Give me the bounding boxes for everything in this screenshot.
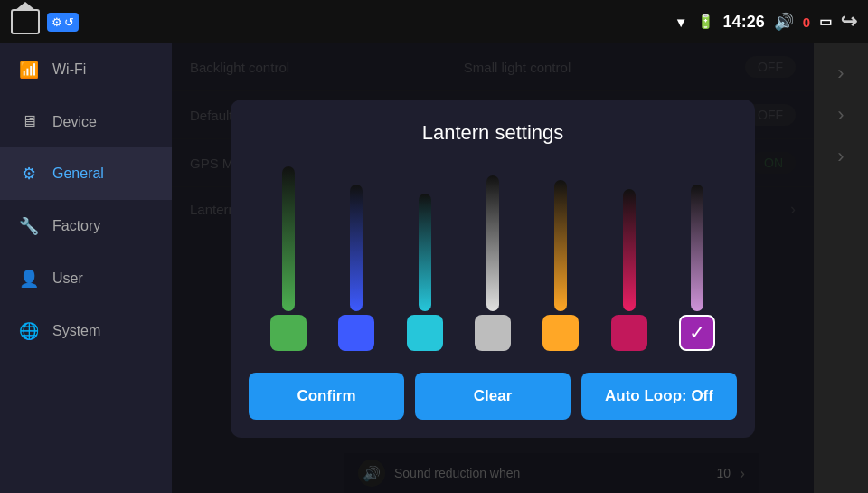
gear-icon: ⚙: [52, 15, 62, 29]
sidebar-item-user[interactable]: 👤 User: [0, 252, 172, 305]
buttons-row: Confirm Clear Auto Loop: Off: [249, 373, 737, 420]
settings-icon: ⚙: [18, 164, 40, 184]
slider-thumb-red[interactable]: [611, 315, 647, 351]
volume-icon: 🔊: [774, 12, 794, 32]
globe-icon: 🌐: [18, 321, 40, 341]
volume-count: 0: [803, 14, 810, 30]
slider-track-green[interactable]: [282, 166, 295, 311]
modal-overlay: Lantern settings: [172, 43, 814, 493]
slider-track-red[interactable]: [623, 189, 636, 311]
slider-thumb-green[interactable]: [270, 315, 307, 351]
clear-button[interactable]: Clear: [415, 373, 571, 420]
autoloop-button[interactable]: Auto Loop: Off: [581, 373, 737, 420]
sidebar-item-wifi[interactable]: 📶 Wi-Fi: [0, 43, 172, 96]
slider-cyan: [407, 194, 443, 351]
right-panel-chevron-2[interactable]: ›: [828, 94, 853, 136]
sidebar-item-general[interactable]: ⚙ General: [0, 147, 172, 200]
status-right: ▼ 🔋 14:26 🔊 0 ▭ ↩: [675, 10, 857, 33]
wifi-status-icon: ▼: [675, 14, 688, 30]
sidebar-label-wifi: Wi-Fi: [52, 62, 86, 78]
wrench-icon: 🔧: [18, 216, 40, 236]
lantern-settings-modal: Lantern settings: [231, 100, 755, 438]
slider-white: [475, 175, 511, 351]
main-layout: 📶 Wi-Fi 🖥 Device ⚙ General 🔧 Factory 👤 U…: [0, 43, 868, 493]
checkmark-icon: ✓: [689, 321, 705, 345]
wifi-icon: 📶: [18, 60, 40, 80]
sliders-container: ✓: [249, 166, 737, 351]
content-area: Backlight control Small light control OF…: [172, 43, 814, 493]
back-icon[interactable]: ↩: [841, 10, 857, 33]
monitor-icon: 🖥: [18, 112, 40, 131]
sidebar-item-device[interactable]: 🖥 Device: [0, 96, 172, 147]
sidebar: 📶 Wi-Fi 🖥 Device ⚙ General 🔧 Factory 👤 U…: [0, 43, 172, 493]
modal-title: Lantern settings: [249, 121, 737, 145]
slider-orange: [542, 180, 579, 351]
refresh-icon: ↺: [64, 15, 74, 29]
sidebar-item-system[interactable]: 🌐 System: [0, 305, 172, 357]
sidebar-label-device: Device: [52, 114, 97, 130]
sidebar-label-system: System: [52, 323, 100, 339]
slider-thumb-blue[interactable]: [338, 315, 374, 351]
slider-track-purple[interactable]: [691, 185, 703, 311]
slider-track-cyan[interactable]: [419, 194, 431, 311]
right-panel-chevron-1[interactable]: ›: [828, 52, 853, 94]
right-panel-chevron-3[interactable]: ›: [828, 136, 853, 177]
slider-track-orange[interactable]: [554, 180, 567, 311]
battery-icon: 🔋: [697, 14, 714, 30]
slider-track-blue[interactable]: [350, 185, 363, 311]
slider-thumb-orange[interactable]: [542, 315, 579, 351]
slider-thumb-cyan[interactable]: [407, 315, 443, 351]
sidebar-label-factory: Factory: [52, 218, 100, 234]
slider-purple: ✓: [679, 185, 715, 351]
sidebar-item-factory[interactable]: 🔧 Factory: [0, 200, 172, 252]
screen-icon: ▭: [819, 14, 832, 30]
slider-track-white[interactable]: [486, 175, 499, 311]
confirm-button[interactable]: Confirm: [249, 373, 404, 420]
slider-red: [611, 189, 647, 351]
slider-thumb-white[interactable]: [475, 315, 511, 351]
slider-blue: [338, 185, 374, 351]
user-icon: 👤: [18, 269, 40, 289]
sidebar-label-general: General: [52, 166, 104, 182]
sidebar-label-user: User: [52, 270, 83, 287]
settings-icon-box[interactable]: ⚙ ↺: [47, 13, 79, 32]
status-bar: ⚙ ↺ ▼ 🔋 14:26 🔊 0 ▭ ↩: [0, 0, 868, 43]
time-display: 14:26: [723, 13, 765, 32]
right-panel: › › ›: [814, 43, 868, 493]
status-left: ⚙ ↺: [11, 9, 79, 34]
slider-thumb-purple[interactable]: ✓: [679, 315, 715, 351]
slider-green: [270, 166, 307, 351]
home-icon[interactable]: [11, 9, 40, 34]
